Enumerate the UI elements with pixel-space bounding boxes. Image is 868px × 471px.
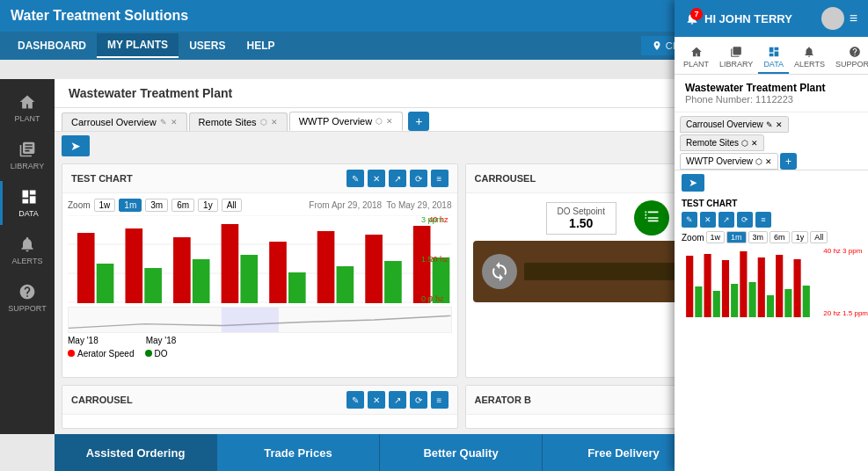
overlay-tab-wwtp[interactable]: WWTP Overview ⬡ ✕	[680, 153, 778, 170]
overlay-tabs: Carrousel Overview ✎ ✕ Remote Sites ⬡ ✕ …	[675, 112, 868, 170]
ov-edit-btn[interactable]: ✎	[682, 212, 697, 228]
ot-edit[interactable]: ✎	[766, 120, 773, 129]
overlay-chart-title: TEST CHART	[675, 195, 868, 212]
tab-delete-icon3[interactable]: ✕	[386, 117, 393, 126]
ov-zoom-3m[interactable]: 3m	[748, 231, 769, 243]
ticker-trade-prices: Trade Prices	[217, 434, 380, 471]
svg-rect-28	[695, 286, 702, 317]
ov-zoom-6m[interactable]: 6m	[770, 231, 790, 243]
nav-users[interactable]: USERS	[179, 34, 236, 57]
navigate-button[interactable]: ➤	[62, 135, 90, 156]
ov-zoom-all[interactable]: All	[810, 231, 828, 243]
tab-expand-icon[interactable]: ⬡	[260, 118, 267, 127]
zoom-1w[interactable]: 1w	[94, 199, 116, 212]
tab-delete-icon[interactable]: ✕	[171, 118, 178, 127]
zoom-6m[interactable]: 6m	[171, 199, 194, 212]
svg-rect-26	[776, 255, 783, 317]
overlay-zoom-controls: Zoom 1w 1m 3m 6m 1y All	[675, 228, 868, 247]
overlay-tab-add[interactable]: +	[780, 153, 797, 170]
zoom-all[interactable]: All	[222, 199, 242, 212]
expand-btn[interactable]: ↗	[389, 170, 406, 187]
svg-rect-12	[97, 264, 114, 303]
ot-remote-del[interactable]: ✕	[751, 139, 758, 148]
svg-rect-9	[317, 231, 335, 303]
carrousel2-actions: ✎ ✕ ↗ ⟳ ≡	[346, 391, 449, 409]
nav-my-plants[interactable]: MY PLANTS	[97, 33, 179, 58]
tab-delete-icon2[interactable]: ✕	[271, 118, 278, 127]
chart-dates: May '18 May '18	[68, 336, 452, 345]
zoom-3m[interactable]: 3m	[145, 199, 168, 212]
sidebar-item-data[interactable]: DATA	[0, 181, 55, 225]
overlay-notification-bell[interactable]: 7	[685, 11, 699, 25]
overlay-nav-plant[interactable]: PLANT	[678, 42, 714, 74]
overlay-tab-remote[interactable]: Remote Sites ⬡ ✕	[680, 134, 764, 151]
ov-zoom-1w[interactable]: 1w	[706, 231, 726, 243]
nav-dashboard[interactable]: DASHBOARD	[7, 34, 97, 57]
mini-chart	[68, 307, 452, 333]
ov-zoom-1y[interactable]: 1y	[791, 231, 809, 243]
carrousel-card-2: CARROUSEL ✎ ✕ ↗ ⟳ ≡	[62, 385, 458, 429]
overlay-nav: PLANT LIBRARY DATA ALERTS SUPPORT	[675, 37, 868, 75]
overlay-nav-alerts[interactable]: ALERTS	[789, 42, 830, 74]
zoom-1m[interactable]: 1m	[119, 199, 142, 212]
tab-edit-icon[interactable]: ✎	[160, 118, 167, 127]
carrousel2-title: CARROUSEL	[71, 395, 133, 405]
overlay-plant-name: Wastewater Treatment Plant	[685, 82, 857, 94]
overlay-tab-carrousel[interactable]: Carrousel Overview ✎ ✕	[680, 116, 789, 133]
svg-rect-30	[731, 284, 738, 317]
overlay-plant-info: Wastewater Treatment Plant Phone Number:…	[675, 75, 868, 112]
y-axis-ppm: 3 ppm 1.5 ppm 0 ppm	[421, 215, 452, 303]
overlay-nav-support[interactable]: SUPPORT	[830, 42, 868, 74]
ov-y-labels: 40 hz 3 ppm 20 hz 1.5 ppm	[823, 247, 868, 317]
sidebar-alerts-label: ALERTS	[12, 257, 43, 265]
overlay-navigate-btn[interactable]: ➤	[682, 174, 704, 192]
sidebar-item-plant[interactable]: PLANT	[0, 86, 55, 130]
chart-controls: Zoom 1w 1m 3m 6m 1y All From Apr 29, 201…	[68, 199, 452, 212]
tab-remote-sites[interactable]: Remote Sites ⬡ ✕	[189, 112, 288, 131]
ov-copy-btn[interactable]: ⟳	[737, 212, 753, 228]
ot-wwtp-icon: ⬡	[755, 157, 762, 166]
c2-copy-btn[interactable]: ⟳	[410, 391, 427, 409]
overlay-user: 7 HI JOHN TERRY	[685, 11, 792, 25]
c2-delete-btn[interactable]: ✕	[368, 391, 385, 409]
sidebar-item-support[interactable]: SUPPORT	[0, 276, 55, 320]
menu-btn[interactable]: ≡	[431, 170, 449, 187]
zoom-1y[interactable]: 1y	[198, 199, 218, 212]
ot-delete[interactable]: ✕	[776, 120, 783, 129]
tab-add-button[interactable]: +	[408, 112, 429, 131]
overlay-nav-data[interactable]: DATA	[758, 42, 789, 74]
sidebar-item-library[interactable]: LIBRARY	[0, 134, 55, 178]
copy-btn[interactable]: ⟳	[410, 170, 427, 187]
tab-carrousel-overview[interactable]: Carrousel Overview ✎ ✕	[62, 112, 187, 131]
ov-expand-btn[interactable]: ↗	[718, 212, 734, 228]
svg-rect-32	[767, 295, 774, 317]
ov-menu-btn[interactable]: ≡	[755, 212, 771, 228]
ov-delete-btn[interactable]: ✕	[700, 212, 716, 228]
overlay-menu-btn[interactable]: ≡	[850, 11, 857, 26]
svg-rect-16	[288, 272, 306, 303]
delete-btn[interactable]: ✕	[368, 170, 385, 187]
overlay-phone: Phone Number: 1112223	[685, 94, 857, 105]
overlay-body: Wastewater Treatment Plant Phone Number:…	[675, 75, 868, 471]
test-chart-card: TEST CHART ✎ ✕ ↗ ⟳ ≡ Zoom 1w 1m 3m 6m 1y	[62, 163, 458, 378]
svg-rect-10	[365, 235, 383, 303]
app-title: Water Treatment Solutions	[11, 8, 188, 24]
overlay-nav-library[interactable]: LIBRARY	[714, 42, 758, 74]
edit-btn[interactable]: ✎	[346, 170, 364, 187]
c2-expand-btn[interactable]: ↗	[389, 391, 406, 409]
svg-rect-21	[686, 256, 693, 317]
tab-expand-icon2[interactable]: ⬡	[376, 117, 383, 126]
c2-edit-btn[interactable]: ✎	[346, 391, 364, 409]
ot-wwtp-del[interactable]: ✕	[765, 157, 772, 166]
overlay-badge: 7	[690, 8, 703, 20]
chart-legend: Aerator Speed DO	[68, 349, 452, 359]
ov-zoom-1m[interactable]: 1m	[726, 231, 747, 243]
sidebar-plant-label: PLANT	[14, 114, 40, 123]
c2-menu-btn[interactable]: ≡	[431, 391, 449, 409]
sidebar-item-alerts[interactable]: ALERTS	[0, 228, 55, 272]
ticker-assisted-ordering: Assisted Ordering	[55, 434, 217, 471]
sidebar-library-label: LIBRARY	[11, 162, 44, 170]
svg-rect-14	[193, 259, 210, 303]
tab-wwtp-overview[interactable]: WWTP Overview ⬡ ✕	[289, 112, 404, 131]
nav-help[interactable]: HELP	[236, 34, 285, 57]
